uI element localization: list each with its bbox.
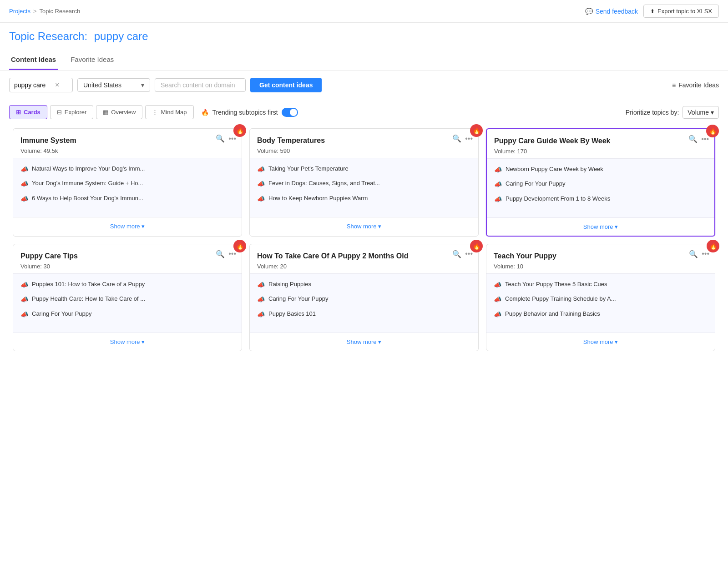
content-item[interactable]: 📣 6 Ways to Help Boost Your Dog's Immun.…: [20, 194, 234, 204]
view-tab-cards[interactable]: ⊞ Cards: [9, 105, 47, 119]
megaphone-icon: 📣: [494, 166, 502, 175]
search-card-button[interactable]: 🔍: [452, 134, 461, 143]
megaphone-icon: 📣: [257, 165, 265, 174]
get-ideas-button[interactable]: Get content ideas: [250, 78, 322, 92]
show-more-button[interactable]: Show more ▾: [486, 333, 715, 351]
content-item[interactable]: 📣 Teach Your Puppy These 5 Basic Cues: [494, 280, 708, 290]
more-options-button[interactable]: •••: [701, 135, 709, 143]
content-item[interactable]: 📣 Caring For Your Puppy: [257, 295, 471, 304]
explorer-icon: ⊟: [57, 109, 62, 116]
content-item-text: Puppy Development From 1 to 8 Weeks: [506, 195, 610, 203]
prioritize-section: Prioritize topics by: Volume ▾: [626, 106, 719, 119]
breadcrumb: Projects > Topic Research: [9, 8, 80, 15]
volume-selector[interactable]: Volume ▾: [682, 106, 719, 119]
view-tab-overview[interactable]: ▦ Overview: [96, 105, 142, 119]
card-puppy-care-guide: 🔥 Puppy Care Guide Week By Week Volume: …: [486, 128, 715, 237]
trending-fire-badge: 🔥: [470, 124, 483, 137]
content-item[interactable]: 📣 Raising Puppies: [257, 280, 471, 290]
megaphone-icon: 📣: [20, 165, 28, 174]
country-selector[interactable]: United States ▾: [77, 78, 150, 92]
card-actions: 🔍 •••: [452, 250, 473, 258]
breadcrumb-current: Topic Research: [40, 8, 81, 15]
megaphone-icon: 📣: [494, 295, 501, 304]
card-title: How To Take Care Of A Puppy 2 Months Old: [257, 252, 444, 261]
send-feedback-button[interactable]: 💬 Send feedback: [585, 8, 638, 15]
keyword-search-input[interactable]: [14, 81, 55, 89]
feedback-icon: 💬: [585, 8, 593, 15]
content-item-text: Caring For Your Puppy: [268, 295, 329, 303]
show-more-button[interactable]: Show more ▾: [13, 217, 242, 235]
content-item[interactable]: 📣 Puppies 101: How to Take Care of a Pup…: [20, 280, 234, 290]
clear-search-button[interactable]: ×: [55, 81, 59, 89]
content-item[interactable]: 📣 Puppy Basics 101: [257, 310, 471, 319]
card-content: 📣 Puppies 101: How to Take Care of a Pup…: [13, 273, 242, 333]
content-item[interactable]: 📣 Puppy Development From 1 to 8 Weeks: [494, 195, 707, 204]
card-title: Teach Your Puppy: [494, 252, 680, 261]
content-item[interactable]: 📣 Your Dog's Immune System: Guide + Ho..…: [20, 179, 234, 189]
content-item-text: Puppy Behavior and Training Basics: [505, 310, 600, 318]
tab-favorite-ideas[interactable]: Favorite Ideas: [69, 50, 116, 70]
search-card-button[interactable]: 🔍: [216, 250, 225, 258]
overview-icon: ▦: [103, 109, 108, 116]
show-more-chevron: ▾: [378, 223, 381, 230]
search-card-button[interactable]: 🔍: [452, 250, 461, 258]
megaphone-icon: 📣: [494, 281, 501, 290]
content-item[interactable]: 📣 Complete Puppy Training Schedule by A.…: [494, 295, 708, 304]
show-more-button[interactable]: Show more ▾: [250, 217, 478, 235]
card-body-temperatures: 🔥 Body Temperatures Volume: 590 🔍 ••• 📣 …: [249, 128, 479, 237]
more-options-button[interactable]: •••: [465, 250, 473, 258]
megaphone-icon: 📣: [257, 295, 265, 304]
volume-chevron-icon: ▾: [711, 109, 714, 116]
content-item[interactable]: 📣 Caring For Your Puppy: [494, 180, 707, 189]
cards-icon: ⊞: [16, 109, 21, 116]
export-icon: ⬆: [650, 8, 655, 15]
card-volume: Volume: 170: [494, 148, 707, 155]
card-immune-system: 🔥 Immune System Volume: 49.5k 🔍 ••• 📣 Na…: [13, 128, 242, 237]
card-actions: 🔍 •••: [688, 135, 709, 143]
search-card-button[interactable]: 🔍: [216, 134, 225, 143]
more-options-button[interactable]: •••: [465, 135, 473, 143]
card-header: How To Take Care Of A Puppy 2 Months Old…: [250, 244, 478, 273]
show-more-chevron: ▾: [615, 223, 618, 230]
content-item[interactable]: 📣 Puppy Health Care: How to Take Care of…: [20, 295, 234, 304]
content-item[interactable]: 📣 Newborn Puppy Care Week by Week: [494, 165, 707, 175]
show-more-button[interactable]: Show more ▾: [487, 217, 714, 236]
content-item[interactable]: 📣 Puppy Behavior and Training Basics: [494, 310, 708, 319]
more-options-button[interactable]: •••: [228, 135, 236, 143]
trending-fire-badge: 🔥: [706, 125, 719, 137]
megaphone-icon: 📣: [494, 180, 502, 189]
card-title: Puppy Care Tips: [20, 252, 207, 261]
trending-toggle[interactable]: [282, 108, 298, 117]
more-options-button[interactable]: •••: [228, 250, 236, 258]
content-item-text: Teach Your Puppy These 5 Basic Cues: [505, 280, 607, 288]
view-tab-mindmap[interactable]: ⋮ Mind Map: [145, 105, 193, 119]
show-more-button[interactable]: Show more ▾: [13, 333, 242, 351]
breadcrumb-projects[interactable]: Projects: [9, 8, 30, 15]
megaphone-icon: 📣: [20, 180, 28, 189]
more-options-button[interactable]: •••: [702, 250, 709, 258]
content-item[interactable]: 📣 How to Keep Newborn Puppies Warm: [257, 194, 471, 204]
show-more-chevron: ▾: [142, 338, 145, 345]
content-item[interactable]: 📣 Caring For Your Puppy: [20, 310, 234, 319]
content-item-text: Taking Your Pet's Temperature: [268, 165, 349, 173]
country-label: United States: [83, 81, 121, 89]
export-button[interactable]: ⬆ Export topic to XLSX: [643, 5, 719, 18]
card-content: 📣 Raising Puppies 📣 Caring For Your Pupp…: [250, 273, 478, 333]
content-item[interactable]: 📣 Natural Ways to Improve Your Dog's Imm…: [20, 165, 234, 174]
card-title: Immune System: [20, 136, 207, 146]
card-header: Puppy Care Tips Volume: 30 🔍 •••: [13, 244, 242, 273]
content-item[interactable]: 📣 Fever in Dogs: Causes, Signs, and Trea…: [257, 179, 471, 189]
megaphone-icon: 📣: [257, 310, 265, 319]
card-content: 📣 Teach Your Puppy These 5 Basic Cues 📣 …: [486, 273, 715, 333]
content-item[interactable]: 📣 Taking Your Pet's Temperature: [257, 165, 471, 174]
favorite-ideas-button[interactable]: ≡ Favorite Ideas: [672, 81, 719, 89]
content-item-text: Natural Ways to Improve Your Dog's Imm..…: [32, 165, 145, 173]
domain-search-input[interactable]: Search content on domain: [155, 78, 246, 92]
page-title: Topic Research: puppy care: [9, 30, 719, 43]
tab-content-ideas[interactable]: Content Ideas: [9, 50, 58, 70]
search-card-button[interactable]: 🔍: [688, 135, 698, 143]
show-more-button[interactable]: Show more ▾: [250, 333, 478, 351]
search-card-button[interactable]: 🔍: [689, 250, 698, 258]
toggle-knob: [290, 109, 297, 116]
view-tab-explorer[interactable]: ⊟ Explorer: [50, 105, 93, 119]
